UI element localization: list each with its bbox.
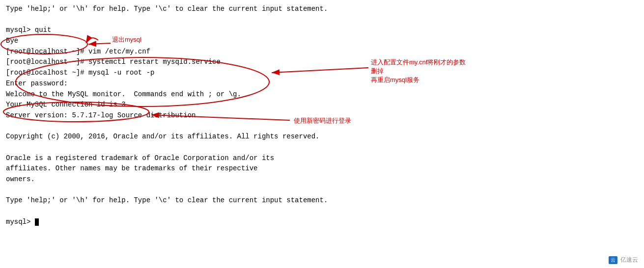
terminal-line-9: Your MySQL connection id is 3 (6, 101, 126, 108)
terminal-line-16: owners. (6, 175, 35, 183)
terminal-output: Type 'help;' or '\h' for help. Type '\c'… (6, 4, 638, 227)
login-annotation: 使用新密码进行登录 (294, 116, 351, 125)
terminal-line-5: [root@localhost ~]# systemctl restart my… (6, 58, 221, 66)
terminal-line-4: [root@localhost ~]# vim /etc/my.cnf (6, 48, 150, 55)
terminal-line-3: Bye (6, 37, 18, 45)
terminal-line-0: Type 'help;' or '\h' for help. Type '\c'… (6, 5, 328, 13)
terminal-line-20: mysql> (6, 218, 35, 226)
terminal-line-2: mysql> quit (6, 26, 51, 34)
terminal-line-14: Oracle is a registered trademark of Orac… (6, 154, 274, 162)
watermark-icon: 云 (609, 256, 617, 264)
terminal-window: Type 'help;' or '\h' for help. Type '\c'… (0, 0, 644, 268)
watermark: 云 亿速云 (609, 256, 638, 264)
terminal-line-15: affiliates. Other names may be trademark… (6, 164, 257, 172)
terminal-line-12: Copyright (c) 2000, 2016, Oracle and/or … (6, 133, 320, 140)
quit-annotation: 退出mysql (112, 35, 141, 44)
config-annotation: 进入配置文件my.cnf将刚才的参数删掉 再重启mysql服务 (371, 58, 469, 85)
terminal-line-10: Server version: 5.7.17-log Source distri… (6, 111, 196, 119)
watermark-text: 亿速云 (620, 256, 638, 263)
terminal-line-8: Welcome to the MySQL monitor. Commands e… (6, 90, 241, 98)
terminal-line-18: Type 'help;' or '\h' for help. Type '\c'… (6, 196, 328, 204)
terminal-line-7: Enter password: (6, 80, 72, 87)
terminal-line-6: [root@localhost ~]# mysql -u root -p (6, 69, 154, 77)
